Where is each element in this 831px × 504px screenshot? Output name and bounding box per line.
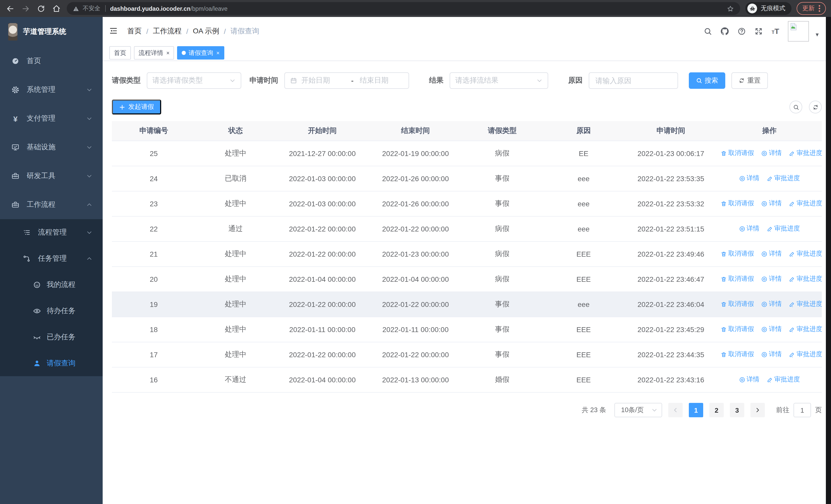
progress-link[interactable]: 审批进度 (789, 199, 822, 208)
chevron-down-icon (651, 407, 658, 413)
font-size-icon[interactable]: TT (772, 27, 779, 35)
cancel-leave-link[interactable]: 取消请假 (721, 199, 754, 208)
sidebar-item-工作流程[interactable]: 工作流程 (0, 190, 103, 219)
progress-link[interactable]: 审批进度 (789, 350, 822, 359)
browser-forward-icon[interactable] (21, 3, 31, 13)
end-date-placeholder[interactable]: 结束日期 (360, 76, 403, 85)
sidebar-item-我的流程[interactable]: 我的流程 (0, 271, 103, 298)
detail-link[interactable]: 详情 (739, 376, 760, 384)
cancel-leave-link[interactable]: 取消请假 (721, 300, 754, 309)
tab-close-icon[interactable]: × (166, 50, 170, 56)
app-logo[interactable]: 芋道管理系统 (0, 17, 103, 47)
cancel-leave-link[interactable]: 取消请假 (721, 275, 754, 284)
prev-page-button[interactable] (668, 403, 683, 417)
menu-label: 任务管理 (38, 254, 86, 263)
fullscreen-icon[interactable] (755, 27, 763, 35)
detail-link[interactable]: 详情 (761, 350, 782, 359)
detail-link[interactable]: 详情 (739, 225, 760, 233)
detail-link[interactable]: 详情 (761, 149, 782, 158)
github-icon[interactable] (721, 27, 729, 35)
next-page-button[interactable] (750, 403, 765, 417)
sidebar-item-流程管理[interactable]: 流程管理 (0, 219, 103, 245)
avatar-caret-icon[interactable]: ▼ (814, 32, 820, 37)
leave-type-select[interactable]: 请选择请假类型 (147, 72, 241, 89)
breadcrumb-item-工作流程[interactable]: 工作流程 (153, 26, 182, 36)
progress-link[interactable]: 审批进度 (789, 149, 822, 158)
browser-menu-icon[interactable] (819, 5, 820, 12)
reason-input[interactable] (594, 76, 672, 85)
cancel-leave-link[interactable]: 取消请假 (721, 149, 754, 158)
breadcrumb-separator: / (186, 27, 189, 35)
breadcrumb-item-OA 示例[interactable]: OA 示例 (193, 26, 220, 36)
sidebar-item-待办任务[interactable]: 待办任务 (0, 298, 103, 324)
browser-update-button[interactable]: 更新 (797, 2, 826, 15)
progress-link[interactable]: 审批进度 (789, 250, 822, 259)
sidebar-item-系统管理[interactable]: 系统管理 (0, 76, 103, 104)
tab-首页[interactable]: 首页 (109, 46, 131, 60)
page-button-3[interactable]: 3 (730, 403, 744, 417)
bookmark-star-icon[interactable] (727, 5, 734, 12)
progress-link[interactable]: 审批进度 (789, 275, 822, 284)
sidebar-item-支付管理[interactable]: ¥支付管理 (0, 104, 103, 133)
chevron-down-icon (86, 116, 92, 122)
apply-time-range-picker[interactable]: 开始日期 - 结束日期 (284, 72, 409, 89)
progress-link[interactable]: 审批进度 (767, 376, 800, 384)
refresh-table-icon[interactable] (809, 100, 822, 113)
cell-status: 处理中 (196, 267, 276, 292)
progress-link[interactable]: 审批进度 (789, 325, 822, 334)
sidebar-item-任务管理[interactable]: 任务管理 (0, 245, 103, 271)
detail-link[interactable]: 详情 (761, 199, 782, 208)
page-button-2[interactable]: 2 (709, 403, 724, 417)
cell-apply_time: 2022-01-22 23:46:04 (625, 292, 717, 317)
cell-status: 处理中 (196, 292, 276, 317)
progress-link[interactable]: 审批进度 (767, 174, 800, 183)
cell-actions: 取消请假详情审批进度 (717, 317, 822, 342)
sidebar-item-请假查询[interactable]: 请假查询 (0, 350, 103, 376)
create-leave-button[interactable]: 发起请假 (112, 99, 161, 114)
progress-link[interactable]: 审批进度 (789, 300, 822, 309)
column-header-申请时间: 申请时间 (625, 121, 717, 141)
browser-back-icon[interactable] (5, 3, 16, 13)
sidebar-item-基础设施[interactable]: 基础设施 (0, 133, 103, 162)
sidebar-item-已办任务[interactable]: 已办任务 (0, 324, 103, 350)
start-date-placeholder[interactable]: 开始日期 (301, 76, 345, 85)
browser-home-icon[interactable] (51, 3, 62, 13)
help-icon[interactable] (738, 27, 746, 35)
breadcrumb-item-首页[interactable]: 首页 (127, 26, 142, 36)
browser-reload-icon[interactable] (36, 3, 46, 13)
cancel-leave-link[interactable]: 取消请假 (721, 325, 754, 334)
detail-link[interactable]: 详情 (761, 300, 782, 309)
tab-close-icon[interactable]: × (216, 50, 220, 56)
monitor-icon (11, 143, 20, 151)
detail-link[interactable]: 详情 (739, 174, 760, 183)
sidebar-item-研发工具[interactable]: 研发工具 (0, 162, 103, 190)
incognito-badge: 无痕模式 (745, 2, 792, 15)
header-search-icon[interactable] (704, 27, 712, 35)
gauge-icon (11, 57, 20, 65)
detail-link[interactable]: 详情 (761, 325, 782, 334)
sidebar-item-首页[interactable]: 首页 (0, 47, 103, 76)
tab-请假查询[interactable]: 请假查询× (177, 46, 224, 60)
detail-link[interactable]: 详情 (761, 250, 782, 259)
tab-流程详情[interactable]: 流程详情× (134, 46, 174, 60)
security-label[interactable]: 不安全 (83, 5, 101, 12)
cell-id: 22 (112, 216, 196, 241)
search-button[interactable]: 搜索 (689, 72, 725, 89)
reset-button[interactable]: 重置 (732, 72, 768, 89)
chevron-up-icon (86, 202, 92, 208)
toolbox-icon (11, 172, 20, 180)
url-bar[interactable]: 不安全 dashboard.yudao.iocoder.cn /bpm/oa/l… (67, 2, 740, 15)
cancel-leave-link[interactable]: 取消请假 (721, 350, 754, 359)
progress-link[interactable]: 审批进度 (767, 225, 800, 233)
cancel-leave-link[interactable]: 取消请假 (721, 250, 754, 259)
page-button-1[interactable]: 1 (689, 403, 703, 417)
detail-link[interactable]: 详情 (761, 275, 782, 284)
result-select[interactable]: 请选择流结果 (450, 72, 548, 89)
goto-page-input[interactable] (794, 403, 811, 417)
update-label[interactable]: 更新 (802, 4, 814, 13)
sidebar-collapse-icon[interactable] (109, 26, 119, 36)
user-avatar[interactable] (788, 21, 809, 41)
table-body: 25处理中2021-12-27 00:00:002022-01-19 00:00… (112, 141, 822, 392)
show-search-icon[interactable] (790, 100, 802, 113)
page-size-select[interactable]: 10条/页 (614, 403, 662, 417)
